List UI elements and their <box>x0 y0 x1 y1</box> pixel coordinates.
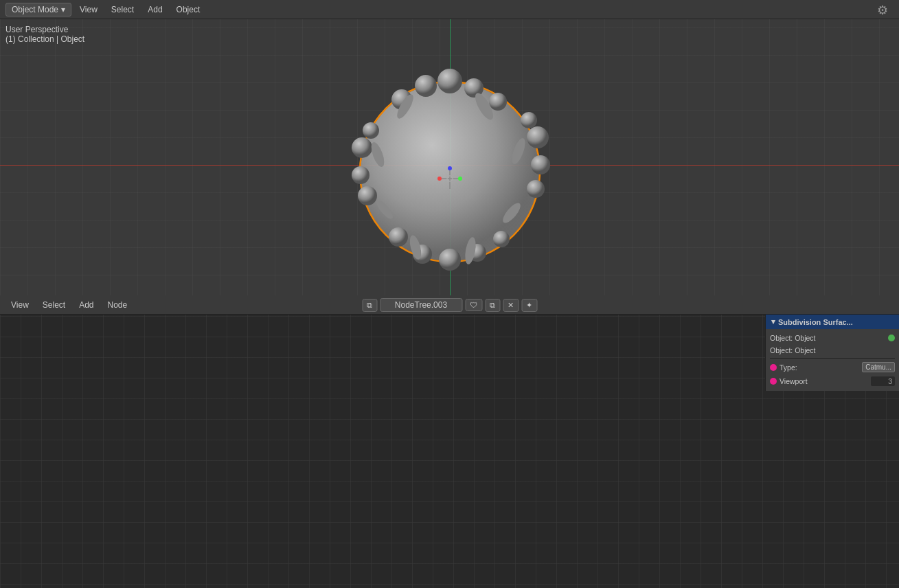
top-menubar: Object Mode ▾ View Select Add Object ⚙ <box>0 0 899 19</box>
gear-icon[interactable]: ⚙ <box>877 3 888 18</box>
svg-point-7 <box>527 126 549 148</box>
node-menu-node[interactable]: Node <box>102 298 133 312</box>
svg-point-11 <box>352 137 372 158</box>
svg-point-32 <box>458 177 462 181</box>
node-menu-select[interactable]: Select <box>37 298 71 312</box>
mode-selector[interactable]: Object Mode ▾ <box>5 3 71 16</box>
3d-object-sphere <box>333 41 567 275</box>
svg-point-2 <box>437 69 462 93</box>
viewport-info: User Perspective (1) Collection | Object <box>5 25 84 44</box>
svg-point-8 <box>531 155 550 174</box>
subdivision-body: Object: Object Object: Object Type: Catm… <box>766 329 899 391</box>
svg-point-10 <box>521 112 537 128</box>
socket-sub-viewport <box>770 378 777 385</box>
svg-point-13 <box>358 186 377 205</box>
viewport-value: 3 <box>871 376 895 386</box>
svg-point-33 <box>448 166 452 170</box>
sphere-svg <box>333 41 567 275</box>
subdivision-header: ▾ Subdivision Surfac... <box>766 315 899 329</box>
svg-point-31 <box>437 177 442 181</box>
mode-label: Object Mode <box>12 5 58 14</box>
viewport-perspective: User Perspective <box>5 25 84 34</box>
node-menu-add[interactable]: Add <box>73 298 99 312</box>
sub-row-obj2: Object: Object <box>770 344 895 357</box>
sub-row-obj1: Object: Object <box>770 332 895 344</box>
nodetree-copy[interactable]: ⧉ <box>485 299 500 312</box>
node-editor-grid <box>0 295 899 588</box>
nodetree-name: NodeTree.003 <box>380 298 462 312</box>
subdivision-chevron: ▾ <box>771 317 775 326</box>
nodetree-close[interactable]: ✕ <box>503 299 519 312</box>
top-viewport: Object Mode ▾ View Select Add Object ⚙ U… <box>0 0 899 295</box>
node-menu-view[interactable]: View <box>5 298 34 312</box>
menu-object[interactable]: Object <box>171 3 206 16</box>
menu-select[interactable]: Select <box>106 3 139 16</box>
menu-view[interactable]: View <box>74 3 103 16</box>
sub-row-viewport[interactable]: Viewport 3 <box>770 374 895 388</box>
nodetree-pin[interactable]: ✦ <box>521 299 537 312</box>
svg-point-15 <box>439 249 461 271</box>
sub-row-type[interactable]: Type: Catmu... <box>770 360 895 374</box>
mode-chevron: ▾ <box>61 5 65 14</box>
nodetree-selector: ⧉ NodeTree.003 🛡 ⧉ ✕ ✦ <box>362 295 537 315</box>
nodetree-icon-btn[interactable]: ⧉ <box>362 299 377 312</box>
svg-point-14 <box>363 122 379 139</box>
node-editor: View Select Add Node ⧉ NodeTree.003 🛡 ⧉ … <box>0 295 899 588</box>
socket-sub-in <box>888 335 895 341</box>
type-dropdown[interactable]: Catmu... <box>862 362 895 372</box>
svg-point-4 <box>415 75 437 97</box>
svg-point-12 <box>352 166 369 184</box>
nodetree-shield[interactable]: 🛡 <box>465 299 482 311</box>
svg-point-5 <box>489 93 507 111</box>
bottom-menubar: View Select Add Node ⧉ NodeTree.003 🛡 ⧉ … <box>0 295 899 315</box>
svg-point-9 <box>527 180 545 198</box>
viewport-collection: (1) Collection | Object <box>5 34 84 44</box>
right-panel-subdivision: ▾ Subdivision Surfac... Object: Object O… <box>765 315 899 391</box>
socket-sub-type <box>770 364 777 371</box>
subdivision-title: Subdivision Surfac... <box>778 318 853 326</box>
menu-add[interactable]: Add <box>142 3 168 16</box>
svg-point-18 <box>493 231 510 247</box>
svg-point-19 <box>389 227 408 247</box>
